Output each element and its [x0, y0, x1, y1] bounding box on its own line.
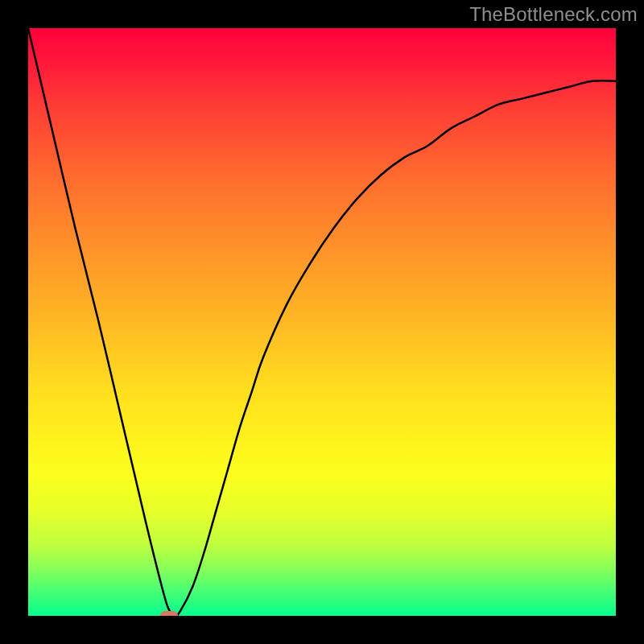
watermark-text: TheBottleneck.com	[469, 3, 638, 26]
optimal-marker	[160, 611, 178, 616]
chart-frame: TheBottleneck.com	[0, 0, 644, 644]
plot-area	[28, 28, 616, 616]
bottleneck-curve	[28, 28, 616, 616]
